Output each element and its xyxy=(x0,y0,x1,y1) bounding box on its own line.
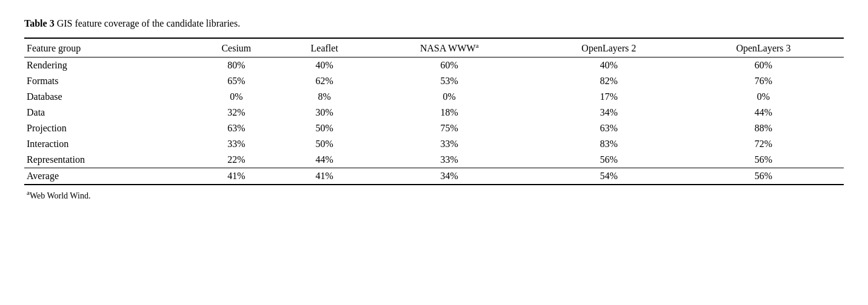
main-table: Feature group Cesium Leaflet NASA WWWa O… xyxy=(24,38,844,185)
table-row: Data 32% 30% 18% 34% 44% xyxy=(24,105,844,120)
cell-ol2: 40% xyxy=(535,57,689,74)
cell-ol3: 60% xyxy=(689,57,844,74)
col-header-cesium: Cesium xyxy=(194,38,285,57)
col-header-ol3: OpenLayers 3 xyxy=(689,38,844,57)
cell-cesium-average: 41% xyxy=(194,168,285,185)
average-row: Average 41% 41% 34% 54% 56% xyxy=(24,168,844,185)
cell-ol3: 72% xyxy=(689,136,844,152)
caption-bold: Table 3 xyxy=(24,18,55,28)
cell-ol2-average: 54% xyxy=(535,168,689,185)
cell-feature: Formats xyxy=(24,73,194,89)
table-body: Rendering 80% 40% 60% 40% 60% Formats 65… xyxy=(24,57,844,185)
cell-ol3: 88% xyxy=(689,120,844,136)
cell-ol2: 56% xyxy=(535,152,689,168)
cell-feature-average: Average xyxy=(24,168,194,185)
col-header-leaflet: Leaflet xyxy=(285,38,370,57)
cell-leaflet: 44% xyxy=(285,152,370,168)
cell-ol2: 83% xyxy=(535,136,689,152)
cell-feature: Projection xyxy=(24,120,194,136)
cell-nasa: 18% xyxy=(370,105,535,120)
cell-cesium: 33% xyxy=(194,136,285,152)
cell-ol3-average: 56% xyxy=(689,168,844,185)
table-row: Representation 22% 44% 33% 56% 56% xyxy=(24,152,844,168)
col-header-ol2: OpenLayers 2 xyxy=(535,38,689,57)
cell-ol2: 82% xyxy=(535,73,689,89)
table-header-row: Feature group Cesium Leaflet NASA WWWa O… xyxy=(24,38,844,57)
cell-feature: Representation xyxy=(24,152,194,168)
table-row: Projection 63% 50% 75% 63% 88% xyxy=(24,120,844,136)
cell-ol3: 76% xyxy=(689,73,844,89)
cell-leaflet: 62% xyxy=(285,73,370,89)
cell-nasa: 60% xyxy=(370,57,535,74)
cell-cesium: 22% xyxy=(194,152,285,168)
cell-ol3: 44% xyxy=(689,105,844,120)
table-row: Interaction 33% 50% 33% 83% 72% xyxy=(24,136,844,152)
cell-leaflet: 50% xyxy=(285,136,370,152)
cell-ol2: 34% xyxy=(535,105,689,120)
table-row: Formats 65% 62% 53% 82% 76% xyxy=(24,73,844,89)
cell-feature: Rendering xyxy=(24,57,194,74)
cell-cesium: 80% xyxy=(194,57,285,74)
footnote-text: Web World Wind. xyxy=(30,191,91,200)
page-container: Table 3 GIS feature coverage of the cand… xyxy=(24,18,844,201)
cell-leaflet: 30% xyxy=(285,105,370,120)
cell-nasa: 33% xyxy=(370,136,535,152)
cell-ol2: 63% xyxy=(535,120,689,136)
cell-ol3: 56% xyxy=(689,152,844,168)
col-header-feature-group: Feature group xyxy=(24,38,194,57)
cell-leaflet: 8% xyxy=(285,89,370,105)
cell-nasa: 75% xyxy=(370,120,535,136)
footnote: aWeb World Wind. xyxy=(24,189,844,201)
col-header-nasa: NASA WWWa xyxy=(370,38,535,57)
table-row: Database 0% 8% 0% 17% 0% xyxy=(24,89,844,105)
cell-feature: Interaction xyxy=(24,136,194,152)
cell-leaflet-average: 41% xyxy=(285,168,370,185)
cell-leaflet: 50% xyxy=(285,120,370,136)
table-caption: Table 3 GIS feature coverage of the cand… xyxy=(24,18,844,29)
cell-ol3: 0% xyxy=(689,89,844,105)
cell-cesium: 65% xyxy=(194,73,285,89)
cell-ol2: 17% xyxy=(535,89,689,105)
cell-feature: Database xyxy=(24,89,194,105)
cell-nasa: 33% xyxy=(370,152,535,168)
nasa-superscript: a xyxy=(476,42,479,49)
cell-nasa: 53% xyxy=(370,73,535,89)
table-row: Rendering 80% 40% 60% 40% 60% xyxy=(24,57,844,74)
cell-cesium: 63% xyxy=(194,120,285,136)
cell-cesium: 32% xyxy=(194,105,285,120)
cell-cesium: 0% xyxy=(194,89,285,105)
cell-nasa: 0% xyxy=(370,89,535,105)
cell-leaflet: 40% xyxy=(285,57,370,74)
caption-text: GIS feature coverage of the candidate li… xyxy=(55,18,241,28)
cell-feature: Data xyxy=(24,105,194,120)
cell-nasa-average: 34% xyxy=(370,168,535,185)
